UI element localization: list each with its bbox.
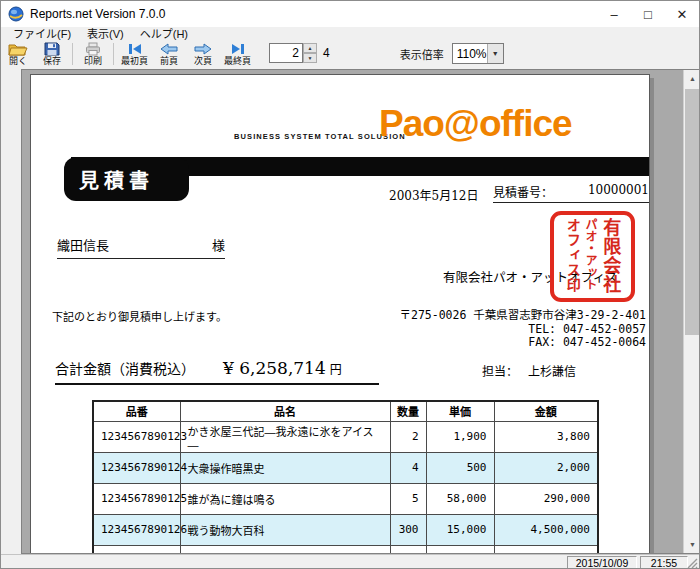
page-spinner-up[interactable]: ▲	[303, 43, 317, 53]
table-cell: 290,000	[494, 483, 598, 514]
last-page-button[interactable]: 最終頁	[220, 41, 255, 67]
quote-number-label: 見積番号：	[493, 183, 553, 200]
minimize-button[interactable]: –	[597, 1, 631, 27]
rep-label: 担当：	[482, 365, 518, 379]
vertical-scrollbar[interactable]: ▲ ▼	[683, 70, 700, 553]
resize-grip[interactable]	[686, 557, 698, 569]
open-label: 開く	[9, 56, 27, 67]
table-cell	[93, 545, 180, 554]
quote-number-value: 10000001	[588, 183, 649, 200]
seal-column-1: 有限会社	[598, 218, 622, 295]
total-line: 合計金額（消費税込） ¥ 6,258,714 円	[55, 358, 379, 385]
column-header: 数量	[390, 401, 426, 421]
table-cell: 1234567890124	[93, 452, 180, 483]
table-row: 1234567890126戦う動物大百科30015,0004,500,000	[93, 514, 598, 545]
table-cell: 1234567890123	[93, 421, 180, 452]
column-header: 品番	[93, 401, 180, 421]
doc-title-badge: 見積書	[64, 157, 189, 201]
company-address-block: 〒275-0026 千葉県習志野市谷津3-29-2-401 TEL: 047-4…	[399, 309, 646, 350]
status-bar: 2015/10/09 21:55	[1, 554, 699, 569]
column-header: 金額	[494, 401, 598, 421]
maximize-button[interactable]: □	[631, 1, 665, 27]
table-cell: 1234567890125	[93, 483, 180, 514]
save-button[interactable]: 保存	[35, 41, 69, 67]
table-cell: 大衆操作暗黒史	[180, 452, 390, 483]
table-cell: かき氷屋三代記―我永遠に氷をアイス―	[180, 421, 390, 452]
doc-date: 2003年5月12日	[389, 186, 478, 203]
quote-number-line: 見積番号： 10000001	[493, 183, 649, 203]
table-row: 1234567890125誰が為に鐘は鳴る558,000290,000	[93, 483, 598, 514]
doc-title: 見積書	[64, 165, 154, 194]
title-bar: Reports.net Version 7.0.0 – □ ✕	[1, 1, 699, 27]
chevron-down-icon[interactable]: ▼	[487, 44, 503, 63]
last-page-label: 最終頁	[224, 56, 251, 67]
seal-column-3: オフィス印	[563, 218, 582, 295]
items-table-head: 品番品名数量単価金額	[93, 401, 598, 421]
scrollbar-down-arrow[interactable]: ▼	[684, 536, 700, 553]
table-cell: 500	[426, 452, 494, 483]
table-cell: 300	[390, 514, 426, 545]
first-page-icon	[127, 42, 143, 56]
zoom-combobox[interactable]: 110% ▼	[452, 43, 504, 64]
prev-arrow-icon	[160, 42, 178, 56]
close-button[interactable]: ✕	[665, 1, 699, 27]
fax-line: FAX: 047-452-0064	[399, 336, 646, 350]
menu-item-view[interactable]: 表示(V)	[79, 27, 132, 41]
page-number-input[interactable]: 2	[269, 43, 303, 63]
postal-address: 〒275-0026 千葉県習志野市谷津3-29-2-401	[399, 309, 646, 323]
table-cell: 2	[390, 421, 426, 452]
scrollbar-up-arrow[interactable]: ▲	[684, 70, 700, 87]
table-cell	[180, 545, 390, 554]
customer-name: 織田信長	[57, 235, 109, 254]
print-button[interactable]: 印刷	[76, 41, 110, 67]
table-cell: 4,500,000	[494, 514, 598, 545]
items-table: 品番品名数量単価金額 1234567890123かき氷屋三代記―我永遠に氷をアイ…	[92, 400, 599, 554]
first-page-label: 最初頁	[121, 56, 148, 67]
table-row	[93, 545, 598, 554]
items-table-body: 1234567890123かき氷屋三代記―我永遠に氷をアイス―21,9003,8…	[93, 421, 598, 554]
tel-line: TEL: 047-452-0057	[399, 323, 646, 337]
next-page-button[interactable]: 次頁	[186, 41, 220, 67]
window-title: Reports.net Version 7.0.0	[30, 7, 165, 21]
rep-name: 上杉謙信	[528, 365, 576, 379]
last-page-icon	[230, 42, 246, 56]
status-time: 21:55	[640, 556, 688, 569]
scrollbar-thumb[interactable]	[685, 89, 700, 335]
table-cell: 1234567890126	[93, 514, 180, 545]
column-header: 品名	[180, 401, 390, 421]
table-cell	[494, 545, 598, 554]
page-spinner-down[interactable]: ▼	[303, 53, 317, 63]
table-cell	[426, 545, 494, 554]
save-disk-icon	[44, 42, 60, 56]
app-icon	[8, 6, 24, 22]
page-number-control: 2 ▲ ▼ 4	[269, 43, 330, 63]
company-seal-stamp: 有限会社 パオ・アット オフィス印	[550, 211, 635, 302]
table-cell: 15,000	[426, 514, 494, 545]
first-page-button[interactable]: 最初頁	[117, 41, 152, 67]
open-button[interactable]: 開く	[1, 41, 35, 67]
document-viewport: BUSINESS SYSTEM TOTAL SOLUSION Pao@offic…	[21, 69, 700, 554]
total-amount: ¥ 6,258,714	[223, 358, 326, 378]
menu-item-help[interactable]: ヘルプ(H)	[132, 27, 196, 41]
zoom-control: 表示倍率 110% ▼	[400, 43, 504, 64]
prev-page-button[interactable]: 前頁	[152, 41, 186, 67]
table-cell	[390, 545, 426, 554]
next-page-label: 次頁	[194, 56, 212, 67]
app-window: Reports.net Version 7.0.0 – □ ✕ ファイル(F) …	[0, 0, 700, 569]
customer-honorific: 様	[212, 235, 225, 254]
table-row: 1234567890123かき氷屋三代記―我永遠に氷をアイス―21,9003,8…	[93, 421, 598, 452]
zoom-value: 110%	[453, 44, 487, 63]
zoom-label: 表示倍率	[400, 46, 444, 62]
total-unit: 円	[330, 360, 342, 377]
toolbar: 開く 保存 印刷 最初頁	[1, 41, 699, 69]
print-icon	[85, 42, 101, 56]
table-cell: 5	[390, 483, 426, 514]
menu-item-file[interactable]: ファイル(F)	[5, 27, 79, 41]
table-cell: 誰が為に鐘は鳴る	[180, 483, 390, 514]
toolbar-separator	[72, 43, 73, 65]
total-label: 合計金額（消費税込）	[55, 358, 195, 378]
column-header: 単価	[426, 401, 494, 421]
open-folder-icon	[8, 42, 28, 56]
pao-office-logo: Pao@office	[379, 103, 572, 145]
toolbar-separator	[113, 43, 114, 65]
